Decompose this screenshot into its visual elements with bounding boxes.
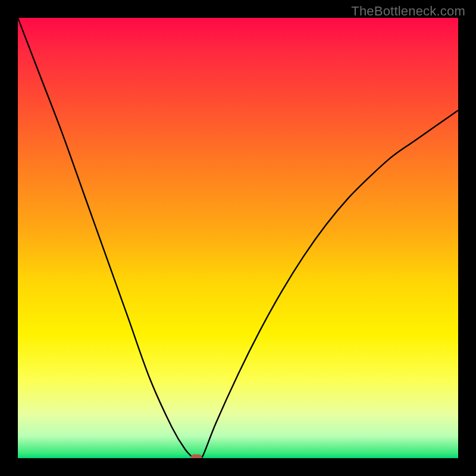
bottleneck-curve [18,18,458,458]
watermark-text: TheBottleneck.com [351,4,465,19]
min-marker [190,455,202,459]
plot-area [18,18,458,458]
curve-svg [18,18,458,458]
